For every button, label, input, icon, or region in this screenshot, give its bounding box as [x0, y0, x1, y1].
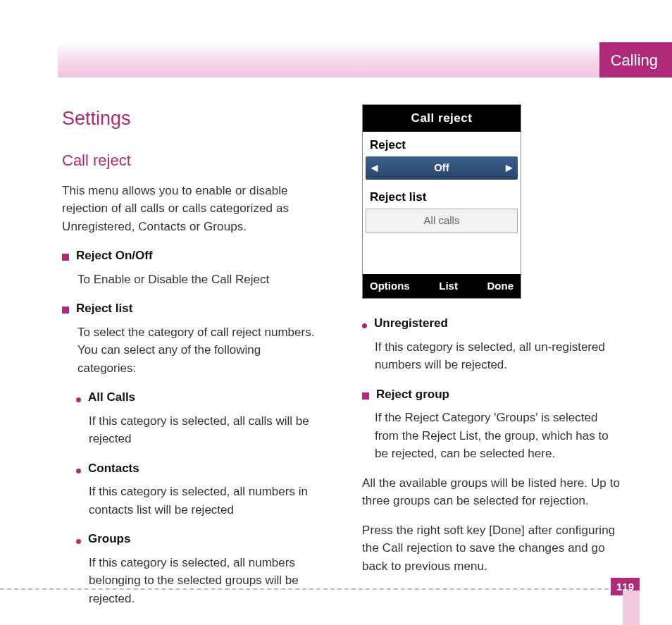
square-bullet-icon: [62, 254, 69, 261]
sub-item-title: Unregistered: [374, 314, 448, 333]
list-item: Reject group If the Reject Category 'Gro…: [362, 385, 623, 463]
sub-item-desc: If this category is selected, all un-reg…: [375, 338, 623, 374]
list-item: Reject list To select the category of ca…: [62, 299, 323, 607]
softkey-options[interactable]: Options: [370, 278, 410, 295]
list-item: Reject On/Off To Enable or Disable the C…: [62, 247, 323, 288]
arrow-left-icon[interactable]: ◀: [371, 161, 378, 174]
footer-dashed-line: [0, 588, 623, 590]
left-column: Settings Call reject This menu allows yo…: [62, 104, 323, 583]
header-tab: Calling: [599, 42, 672, 78]
sub-item-title: Contacts: [88, 459, 139, 478]
header-bar: Calling: [58, 42, 672, 78]
item-title: Reject list: [76, 299, 132, 318]
list-sub-item: Groups If this category is selected, all…: [76, 530, 323, 607]
square-bullet-icon: [362, 392, 369, 400]
softkey-list[interactable]: List: [439, 278, 458, 295]
right-column: Call reject Reject ◀ Off ▶ Reject list A…: [362, 104, 623, 583]
item-desc: To select the category of call reject nu…: [77, 323, 323, 378]
phone-reject-list-field[interactable]: All calls: [366, 209, 518, 233]
closing-paragraph: All the available groups will be listed …: [362, 474, 623, 510]
list-sub-item: All Calls If this category is selected, …: [76, 388, 323, 448]
subsection-title: Call reject: [62, 149, 323, 172]
sub-item-title: All Calls: [88, 388, 135, 407]
phone-screen-title: Call reject: [363, 105, 521, 132]
dot-bullet-icon: [76, 397, 81, 402]
section-title: Settings: [62, 104, 323, 133]
softkey-done[interactable]: Done: [487, 278, 514, 295]
phone-label-reject-list: Reject list: [363, 184, 521, 209]
phone-label-reject: Reject: [363, 132, 521, 157]
sub-item-desc: If this category is selected, all number…: [89, 483, 323, 519]
item-desc: To Enable or Disable the Call Reject: [77, 271, 323, 289]
phone-selector-reject[interactable]: ◀ Off ▶: [366, 156, 518, 180]
list-sub-item: Unregistered If this category is selecte…: [362, 314, 623, 374]
header-gradient: [58, 42, 599, 78]
dot-bullet-icon: [362, 323, 367, 328]
footer-strip: [623, 590, 640, 625]
dot-bullet-icon: [76, 539, 81, 544]
item-title: Reject On/Off: [76, 247, 153, 265]
phone-mockup: Call reject Reject ◀ Off ▶ Reject list A…: [362, 104, 521, 299]
square-bullet-icon: [62, 307, 69, 314]
phone-empty-area: [363, 237, 521, 274]
sub-item-title: Groups: [88, 530, 130, 548]
item-desc: If the Reject Category 'Groups' is selec…: [375, 409, 623, 463]
sub-item-desc: If this category is selected, all number…: [89, 554, 323, 608]
right-items: Unregistered If this category is selecte…: [362, 314, 623, 463]
intro-paragraph: This menu allows you to enable or disabl…: [62, 182, 323, 236]
sub-item-desc: If this category is selected, all calls …: [89, 412, 323, 448]
phone-selector-value: Off: [434, 160, 449, 176]
closing-paragraph: Press the right soft key [Done] after co…: [362, 521, 623, 576]
content-area: Settings Call reject This menu allows yo…: [62, 104, 623, 583]
sub-items: All Calls If this category is selected, …: [76, 388, 323, 607]
item-title: Reject group: [376, 385, 449, 404]
phone-softkey-bar: Options List Done: [363, 274, 521, 299]
dot-bullet-icon: [76, 469, 81, 474]
list-sub-item: Contacts If this category is selected, a…: [76, 459, 323, 519]
arrow-right-icon[interactable]: ▶: [506, 161, 512, 174]
